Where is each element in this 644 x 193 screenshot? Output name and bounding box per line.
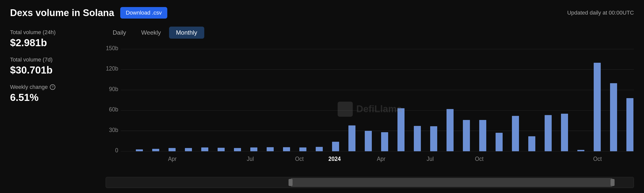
- svg-rect-50: [626, 98, 633, 151]
- weekly-change-info-icon[interactable]: ?: [50, 84, 55, 90]
- weekly-change-label: Weekly change: [10, 84, 48, 90]
- tab-monthly[interactable]: Monthly: [169, 27, 204, 39]
- chart-svg-container: 150b 120b 90b 60b 30b 0: [106, 44, 634, 174]
- page-header: Dexs volume in Solana Download .csv Upda…: [10, 7, 634, 19]
- svg-rect-47: [594, 63, 601, 151]
- svg-text:Apr: Apr: [377, 155, 386, 162]
- stats-panel: Total volume (24h) $2.981b Total volume …: [10, 27, 106, 188]
- svg-rect-15: [185, 148, 192, 151]
- svg-rect-33: [397, 108, 405, 151]
- stat-volume-7d: Total volume (7d) $30.701b: [10, 56, 106, 76]
- svg-text:Oct: Oct: [593, 155, 602, 162]
- svg-rect-14: [169, 148, 176, 151]
- tab-daily[interactable]: Daily: [106, 27, 133, 39]
- svg-rect-30: [365, 131, 372, 151]
- weekly-change-value: 6.51%: [10, 92, 106, 103]
- svg-rect-44: [545, 115, 552, 151]
- scrollbar-handle-right[interactable]: [611, 179, 615, 186]
- svg-text:Apr: Apr: [168, 155, 177, 162]
- svg-text:Oct: Oct: [475, 155, 484, 162]
- svg-rect-31: [381, 132, 388, 151]
- svg-rect-42: [512, 116, 519, 151]
- svg-rect-35: [430, 126, 437, 151]
- scrollbar-thumb[interactable]: [291, 178, 613, 187]
- svg-text:60b: 60b: [109, 106, 118, 113]
- scrollbar-handle-left[interactable]: [289, 179, 293, 186]
- svg-rect-46: [577, 150, 584, 151]
- svg-rect-19: [234, 148, 241, 151]
- svg-rect-20: [250, 148, 257, 151]
- svg-rect-23: [283, 147, 290, 151]
- svg-rect-39: [479, 120, 486, 151]
- volume-7d-label: Total volume (7d): [10, 56, 106, 63]
- svg-text:120b: 120b: [106, 65, 118, 72]
- svg-rect-49: [610, 83, 617, 151]
- bar-chart: 150b 120b 90b 60b 30b 0: [106, 44, 634, 174]
- svg-text:2024: 2024: [329, 155, 341, 162]
- svg-rect-34: [414, 126, 421, 151]
- svg-text:90b: 90b: [109, 86, 118, 92]
- svg-rect-16: [201, 148, 208, 151]
- svg-rect-12: [136, 149, 143, 151]
- weekly-change-label-row: Weekly change ?: [10, 84, 106, 90]
- svg-rect-43: [528, 136, 535, 151]
- tab-bar: Daily Weekly Monthly: [106, 27, 634, 39]
- chart-scrollbar[interactable]: [106, 177, 634, 188]
- svg-rect-29: [348, 125, 355, 151]
- svg-text:Jul: Jul: [247, 155, 254, 162]
- stat-volume-24h: Total volume (24h) $2.981b: [10, 29, 106, 48]
- svg-rect-38: [463, 120, 470, 151]
- svg-rect-45: [561, 114, 568, 151]
- svg-rect-24: [299, 148, 306, 151]
- svg-rect-37: [447, 109, 454, 151]
- svg-text:Jul: Jul: [427, 155, 434, 162]
- header-left: Dexs volume in Solana Download .csv: [10, 7, 167, 19]
- svg-rect-27: [332, 142, 339, 151]
- main-content: Total volume (24h) $2.981b Total volume …: [10, 27, 634, 188]
- tab-weekly[interactable]: Weekly: [134, 27, 168, 39]
- download-csv-button[interactable]: Download .csv: [120, 7, 167, 19]
- volume-24h-label: Total volume (24h): [10, 29, 106, 36]
- svg-rect-22: [267, 147, 274, 151]
- volume-24h-value: $2.981b: [10, 37, 106, 48]
- stat-weekly-change: Weekly change ? 6.51%: [10, 84, 106, 103]
- svg-rect-13: [152, 149, 159, 151]
- volume-7d-value: $30.701b: [10, 65, 106, 76]
- update-text: Updated daily at 00:00UTC: [567, 10, 634, 16]
- svg-rect-41: [496, 133, 503, 151]
- chart-area: Daily Weekly Monthly 150b: [106, 27, 634, 188]
- svg-text:30b: 30b: [109, 126, 118, 133]
- chart-wrapper: 150b 120b 90b 60b 30b 0: [106, 44, 634, 188]
- svg-text:0: 0: [115, 147, 118, 154]
- svg-text:Oct: Oct: [295, 155, 304, 162]
- svg-rect-26: [316, 147, 323, 151]
- svg-text:150b: 150b: [106, 45, 118, 51]
- page-title: Dexs volume in Solana: [10, 8, 114, 18]
- svg-rect-18: [218, 148, 225, 151]
